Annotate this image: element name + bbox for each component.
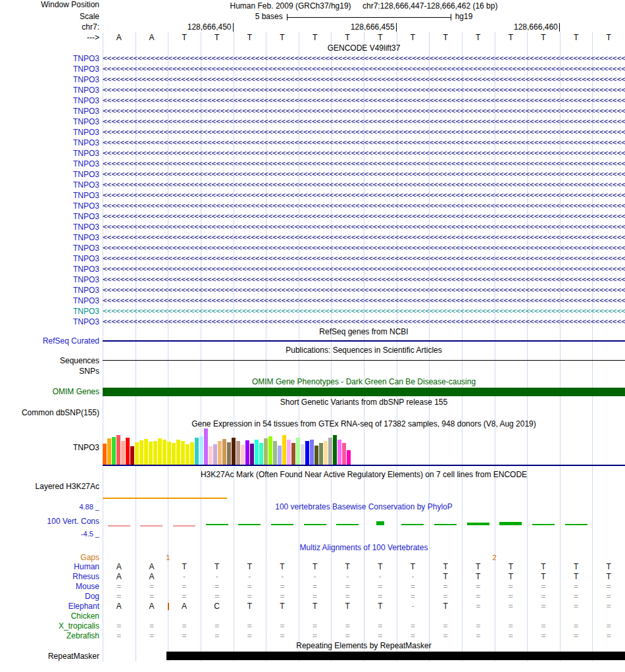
- gene-label[interactable]: TNPO3: [0, 264, 103, 274]
- gene-label[interactable]: TNPO3: [0, 180, 103, 190]
- gene-model[interactable]: <<<<<<<<<<<<<<<<<<<<<<<<<<<<<<<<<<<<<<<<…: [103, 74, 625, 85]
- gtex-tissue-bar[interactable]: [268, 436, 272, 465]
- phylop-bar[interactable]: [467, 523, 489, 525]
- alignment-track[interactable]: ================: [103, 592, 625, 602]
- gene-model[interactable]: <<<<<<<<<<<<<<<<<<<<<<<<<<<<<<<<<<<<<<<<…: [103, 253, 625, 264]
- phylop-bar[interactable]: [206, 524, 228, 525]
- gtex-tissue-bar[interactable]: [126, 438, 130, 465]
- gtex-tissue-bar[interactable]: [186, 444, 189, 465]
- phylop-bar[interactable]: [173, 525, 195, 527]
- gene-model[interactable]: <<<<<<<<<<<<<<<<<<<<<<<<<<<<<<<<<<<<<<<<…: [103, 296, 625, 306]
- gtex-track-title[interactable]: Gene Expression in 54 tissues from GTEx …: [103, 419, 625, 429]
- gene-model[interactable]: <<<<<<<<<<<<<<<<<<<<<<<<<<<<<<<<<<<<<<<<…: [103, 53, 625, 64]
- gtex-tissue-bar[interactable]: [181, 441, 185, 465]
- gtex-tissue-bar[interactable]: [195, 438, 199, 465]
- gtex-tissue-bar[interactable]: [347, 450, 351, 465]
- gtex-tissue-bar[interactable]: [222, 439, 226, 465]
- gene-model[interactable]: <<<<<<<<<<<<<<<<<<<<<<<<<<<<<<<<<<<<<<<<…: [103, 95, 625, 106]
- gtex-tissue-bar[interactable]: [291, 443, 295, 465]
- h3k27ac-track-title[interactable]: H3K27Ac Mark (Often Found Near Active Re…: [103, 470, 625, 480]
- omim-track-title[interactable]: OMIM Gene Phenotypes - Dark Green Can Be…: [103, 377, 625, 387]
- phylop-bar[interactable]: [401, 524, 424, 525]
- gtex-tissue-bar[interactable]: [310, 440, 314, 465]
- gtex-tissue-bar[interactable]: [149, 442, 153, 465]
- gtex-tissue-bar[interactable]: [236, 441, 240, 465]
- phylop-bar[interactable]: [565, 524, 588, 525]
- gtex-tissue-bar[interactable]: [158, 438, 162, 465]
- phylop-bar[interactable]: [532, 524, 555, 525]
- gtex-tissue-bar[interactable]: [250, 444, 254, 465]
- gene-model[interactable]: <<<<<<<<<<<<<<<<<<<<<<<<<<<<<<<<<<<<<<<<…: [103, 106, 625, 116]
- gene-model[interactable]: <<<<<<<<<<<<<<<<<<<<<<<<<<<<<<<<<<<<<<<<…: [103, 264, 625, 274]
- phylop-bar[interactable]: [499, 522, 522, 525]
- gtex-tissue-bar[interactable]: [167, 442, 171, 465]
- gtex-tissue-bar[interactable]: [135, 442, 139, 465]
- gtex-tissue-bar[interactable]: [278, 446, 282, 465]
- alignment-track[interactable]: [103, 611, 625, 621]
- phylop-track-title[interactable]: 100 vertebrates Basewise Conservation by…: [103, 502, 625, 511]
- gtex-tissue-bar[interactable]: [130, 446, 134, 465]
- gtex-tissue-bar[interactable]: [232, 438, 236, 465]
- phylop-wiggle-track[interactable]: [103, 511, 625, 538]
- gene-label[interactable]: TNPO3: [0, 274, 103, 285]
- gene-model[interactable]: <<<<<<<<<<<<<<<<<<<<<<<<<<<<<<<<<<<<<<<<…: [103, 169, 625, 180]
- gene-label[interactable]: TNPO3: [0, 222, 103, 232]
- gene-model[interactable]: <<<<<<<<<<<<<<<<<<<<<<<<<<<<<<<<<<<<<<<<…: [103, 127, 625, 138]
- gtex-tissue-bar[interactable]: [172, 443, 176, 465]
- gtex-tissue-bar[interactable]: [301, 444, 305, 465]
- repeat-element-item[interactable]: [166, 652, 625, 660]
- gene-model[interactable]: <<<<<<<<<<<<<<<<<<<<<<<<<<<<<<<<<<<<<<<<…: [103, 243, 625, 253]
- gene-model[interactable]: <<<<<<<<<<<<<<<<<<<<<<<<<<<<<<<<<<<<<<<<…: [103, 222, 625, 232]
- gtex-tissue-bar[interactable]: [227, 442, 231, 465]
- gtex-tissue-bar[interactable]: [190, 442, 194, 465]
- gene-label[interactable]: TNPO3: [0, 74, 103, 85]
- gene-label[interactable]: TNPO3: [0, 64, 103, 74]
- gtex-tissue-bar[interactable]: [328, 438, 332, 465]
- alignment-track[interactable]: AAACTTTTT-T=====: [103, 602, 625, 611]
- gene-label[interactable]: TNPO3: [0, 127, 103, 138]
- publication-sequence-item[interactable]: [103, 360, 625, 361]
- phylop-bar[interactable]: [376, 521, 384, 525]
- coordinate-ruler[interactable]: 128,666,450128,666,455128,666,460: [103, 22, 625, 32]
- gtex-tissue-bar[interactable]: [255, 440, 259, 465]
- gtex-tissue-bar[interactable]: [112, 437, 116, 465]
- gtex-tissue-bar[interactable]: [162, 440, 166, 465]
- gtex-tissue-bar[interactable]: [107, 438, 111, 465]
- phylop-bar[interactable]: [304, 524, 326, 525]
- gene-label[interactable]: TNPO3: [0, 106, 103, 116]
- gtex-tissue-bar[interactable]: [213, 444, 217, 465]
- gene-model[interactable]: <<<<<<<<<<<<<<<<<<<<<<<<<<<<<<<<<<<<<<<<…: [103, 85, 625, 95]
- gene-model[interactable]: <<<<<<<<<<<<<<<<<<<<<<<<<<<<<<<<<<<<<<<<…: [103, 138, 625, 148]
- alignment-track[interactable]: AA--------TTTTTT: [103, 572, 625, 582]
- phylop-bar[interactable]: [336, 524, 359, 525]
- gtex-tissue-bar[interactable]: [116, 435, 120, 465]
- gene-label[interactable]: TNPO3: [0, 253, 103, 264]
- gtex-tissue-bar[interactable]: [144, 439, 148, 465]
- gtex-tissue-bar[interactable]: [342, 443, 346, 465]
- multiz-track-title[interactable]: Multiz Alignments of 100 Vertebrates: [103, 543, 625, 553]
- gene-model[interactable]: <<<<<<<<<<<<<<<<<<<<<<<<<<<<<<<<<<<<<<<<…: [103, 306, 625, 317]
- gene-label[interactable]: TNPO3: [0, 306, 103, 317]
- gene-label[interactable]: TNPO3: [0, 232, 103, 243]
- gene-model[interactable]: <<<<<<<<<<<<<<<<<<<<<<<<<<<<<<<<<<<<<<<<…: [103, 180, 625, 190]
- gene-label[interactable]: TNPO3: [0, 148, 103, 159]
- repeatmasker-track-title[interactable]: Repeating Elements by RepeatMasker: [103, 641, 625, 651]
- gtex-tissue-bar[interactable]: [338, 440, 341, 465]
- gene-model[interactable]: <<<<<<<<<<<<<<<<<<<<<<<<<<<<<<<<<<<<<<<<…: [103, 211, 625, 222]
- phylop-bar[interactable]: [271, 524, 293, 525]
- omim-gene-item[interactable]: [103, 388, 625, 396]
- gtex-tissue-bar[interactable]: [176, 440, 180, 465]
- gene-model[interactable]: <<<<<<<<<<<<<<<<<<<<<<<<<<<<<<<<<<<<<<<<…: [103, 285, 625, 296]
- gtex-tissue-bar[interactable]: [314, 446, 318, 465]
- gtex-tissue-bar[interactable]: [103, 444, 107, 465]
- gene-model[interactable]: <<<<<<<<<<<<<<<<<<<<<<<<<<<<<<<<<<<<<<<<…: [103, 317, 625, 327]
- gene-label[interactable]: TNPO3: [0, 211, 103, 222]
- gtex-tissue-bar[interactable]: [319, 443, 323, 465]
- gene-model[interactable]: <<<<<<<<<<<<<<<<<<<<<<<<<<<<<<<<<<<<<<<<…: [103, 148, 625, 159]
- gtex-tissue-bar[interactable]: [204, 428, 208, 465]
- refseq-gene-item[interactable]: [103, 340, 625, 342]
- publications-track-title[interactable]: Publications: Sequences in Scientific Ar…: [103, 346, 625, 355]
- dbsnp-track-title[interactable]: Short Genetic Variants from dbSNP releas…: [103, 398, 625, 407]
- gtex-tissue-bar[interactable]: [241, 445, 245, 465]
- phylop-bar[interactable]: [108, 525, 130, 527]
